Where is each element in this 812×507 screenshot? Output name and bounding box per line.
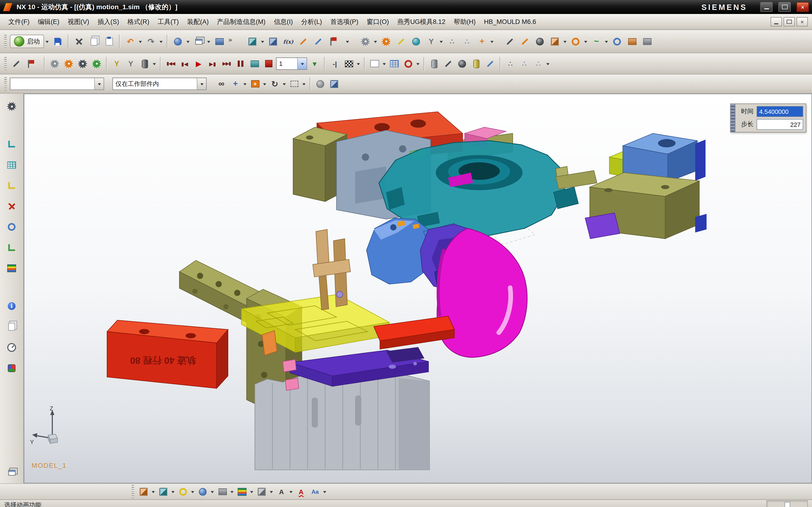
cylinder-dropdown[interactable] [151,57,157,70]
snap-enabled-icon[interactable] [249,77,261,91]
model-part-dark-blue-edge[interactable] [695,139,706,181]
start-dropdown[interactable] [44,35,50,48]
measure-dropdown[interactable] [190,485,195,498]
menu-format[interactable]: 格式(R) [123,16,153,28]
step-back-icon[interactable]: ▮◀ [178,57,191,70]
flag-dropdown[interactable] [344,35,350,48]
point-cloud-icon[interactable]: ∴ [460,34,474,48]
block-tool-icon[interactable] [625,34,639,48]
pattern-dropdown[interactable] [260,35,265,48]
object-display-icon[interactable] [196,485,209,498]
plate-tool-icon[interactable] [640,34,654,48]
shaded-sphere-icon[interactable] [314,77,327,91]
probe-icon[interactable] [484,57,497,70]
layer-settings-icon[interactable] [236,485,249,498]
undo-dropdown[interactable] [137,35,143,48]
text-size-dropdown[interactable] [322,485,327,498]
paste-icon[interactable] [102,34,116,48]
view-section-dropdown[interactable] [170,485,175,498]
history-clock-icon[interactable] [5,341,18,354]
toolbar-grip[interactable] [4,77,7,91]
minimize-button[interactable] [760,2,772,12]
gear-dropdown[interactable] [372,35,378,48]
points-dropdown[interactable] [545,57,551,70]
time-input[interactable]: 4.5400000 [757,106,803,117]
export-animation-icon[interactable] [248,57,261,70]
expressions-icon[interactable]: f(x) [282,34,295,48]
menu-help[interactable]: 帮助(H) [450,16,480,28]
graphics-viewport[interactable]: 轨迹 40 行程 80 [24,94,812,483]
tube-joint-icon[interactable]: Y [424,34,438,48]
panel-drag-handle[interactable] [731,104,735,132]
play-icon[interactable]: ▶ [192,57,205,70]
point-dropdown[interactable] [489,35,495,48]
spell-check-icon[interactable]: A [295,485,308,498]
close-button[interactable]: × [796,2,809,12]
child-minimize-button[interactable] [770,17,782,26]
child-restore-button[interactable] [783,17,795,26]
cut-icon[interactable] [72,34,86,48]
annotation-editor-icon[interactable]: A [275,485,288,498]
coordinate-triad[interactable]: Z Y [30,405,73,449]
loop-icon[interactable] [610,34,624,48]
link-tool-icon[interactable] [5,241,18,254]
rotate-dropdown[interactable] [281,77,287,91]
mechanism-gear-icon[interactable] [358,34,372,48]
select-dropdown[interactable] [301,77,307,91]
report-document-icon[interactable] [5,320,18,333]
playback-speed-icon[interactable]: ▼ [308,57,321,70]
shaded-view-icon[interactable] [171,34,185,48]
marker-tool-icon[interactable] [5,220,18,233]
view-section-icon[interactable] [157,485,170,498]
stop-icon[interactable] [262,57,275,70]
motion-chart-icon[interactable] [5,158,18,171]
dark-ball-icon[interactable] [456,57,469,70]
show-hide-icon[interactable] [216,485,229,498]
menu-yanxiu-mould[interactable]: 燕秀UG模具8.12 [393,16,450,28]
menu-information[interactable]: 信息(I) [269,16,297,28]
model-part-orange-wedge[interactable] [262,331,277,355]
view-orient-icon[interactable] [137,485,150,498]
toolbar-overflow-chevron[interactable]: » [227,36,233,47]
jump-to-start-icon[interactable]: ▮◀◀ [164,57,177,70]
selection-filter-combo[interactable] [10,78,104,90]
flag-icon[interactable] [326,34,345,48]
menu-window[interactable]: 窗口(O) [362,16,393,28]
motion-joint-icon[interactable] [5,200,18,213]
postprocess-icon[interactable]: -| [328,57,341,70]
toolbar-grip[interactable] [4,57,7,70]
view-dropdown[interactable] [185,35,191,48]
grid-icon[interactable] [388,57,401,70]
object-display-dropdown[interactable] [209,485,215,498]
measure-distance-icon[interactable] [394,34,408,48]
snap-point-dropdown[interactable] [242,77,248,91]
point-set-icon[interactable]: ∴ [445,34,459,48]
redo-icon[interactable]: ↷ [144,34,158,48]
save-icon[interactable] [51,34,65,48]
window-dropdown[interactable] [206,35,211,48]
frame-combo[interactable]: 1 [276,58,307,70]
menu-assemblies[interactable]: 装配(A) [183,16,213,28]
mark-line-icon[interactable] [442,57,455,70]
show-hide-dropdown[interactable] [229,485,235,498]
maximize-button[interactable] [778,2,791,12]
step-forward-icon[interactable]: ▶▮ [206,57,219,70]
roller-gear-icon[interactable] [5,100,18,113]
joint-gear-icon[interactable] [48,57,61,70]
add-point-icon[interactable]: + [475,34,489,48]
sketch-icon[interactable] [296,34,310,48]
menu-preferences[interactable]: 首选项(P) [326,16,362,28]
text-size-icon[interactable]: Aa [309,485,322,498]
rotate-point-icon[interactable]: ↻ [268,77,281,91]
driver-gear-icon[interactable] [379,34,393,48]
menu-tools[interactable]: 工具(T) [153,16,183,28]
menu-analysis[interactable]: 分析(L) [297,16,326,28]
display-style-dropdown[interactable] [381,57,387,70]
layers-rainbow-icon[interactable] [5,262,18,275]
render-style-dropdown[interactable] [268,485,274,498]
jump-to-end-icon[interactable]: ▶▶▮ [220,57,233,70]
window-cascade-icon[interactable] [192,34,206,48]
rectangle-select-icon[interactable] [288,77,301,91]
snap-enabled-dropdown[interactable] [261,77,267,91]
copy-icon[interactable] [87,34,101,48]
